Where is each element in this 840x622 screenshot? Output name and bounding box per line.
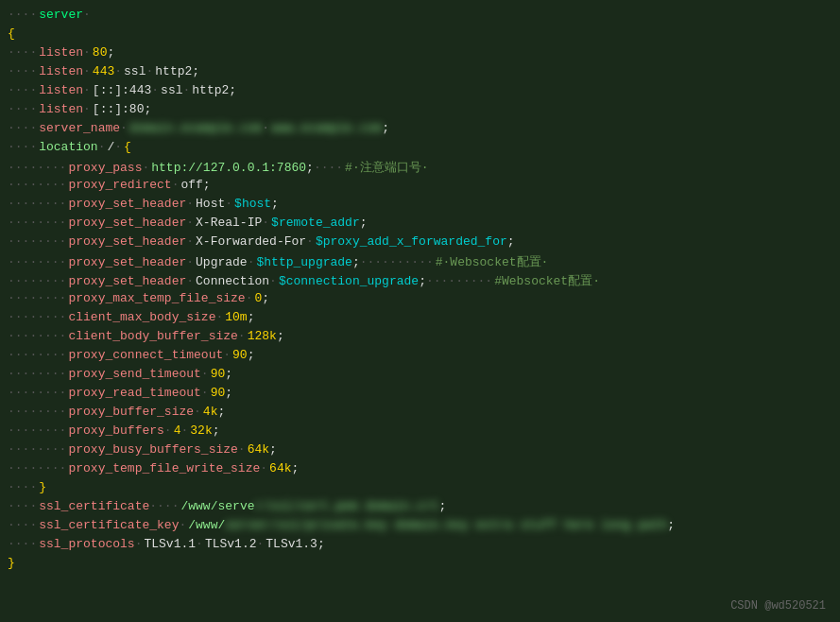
code-line: ········ proxy_set_header · Upgrade · $h… [0,253,840,272]
code-line: ········ proxy_connect_timeout · 90 ; [0,348,840,367]
code-line: ········ proxy_set_header · X-Forwarded-… [0,234,840,253]
code-line: ········ proxy_temp_file_write_size · 64… [0,461,840,480]
code-line: } [0,556,840,575]
code-line: ········ proxy_pass · http://127.0.0.1:7… [0,159,840,178]
code-line: ···· ssl_protocols · TLSv1.1 · TLSv1.2 ·… [0,537,840,556]
code-line: ···· ssl_certificate_key · /www/ server/… [0,518,840,537]
code-line: ········ proxy_redirect · off ; [0,178,840,197]
code-line: ···· ssl_certificate ···· /www/serve r/s… [0,499,840,518]
code-line: ········ proxy_max_temp_file_size · 0 ; [0,291,840,310]
code-line: ···· listen · 443 · ssl · http2 ; [0,64,840,83]
code-line: ········ proxy_buffers · 4 · 32k ; [0,423,840,442]
code-line: ···· listen · [::]:80 ; [0,102,840,121]
code-line: ········ proxy_read_timeout · 90 ; [0,386,840,405]
code-line: ········ proxy_send_timeout · 90 ; [0,367,840,386]
code-line: ········ proxy_set_header · Connection ·… [0,272,840,291]
code-line: ········ proxy_buffer_size · 4k ; [0,405,840,423]
code-line: ········ proxy_set_header · X-Real-IP · … [0,216,840,234]
code-editor: ···· server · { ···· listen · 80 ; ···· … [0,0,840,622]
code-line: { [0,26,840,45]
code-line: ···· listen · [::]:443 · ssl · http2 ; [0,83,840,102]
code-line: ···· listen · 80 ; [0,45,840,64]
code-line: ········ client_body_buffer_size · 128k … [0,329,840,348]
code-line: ········ client_max_body_size · 10m ; [0,310,840,329]
watermark: CSDN @wd520521 [730,599,826,613]
code-line: ···· server · [0,8,840,26]
code-line-location: ···· location · / · { [0,140,840,159]
code-line: ···· } [0,480,840,499]
code-line: ········ proxy_busy_buffers_size · 64k ; [0,442,840,461]
code-line: ···· server_name · domain.example.com · … [0,121,840,140]
code-line: ········ proxy_set_header · Host · $host… [0,197,840,216]
